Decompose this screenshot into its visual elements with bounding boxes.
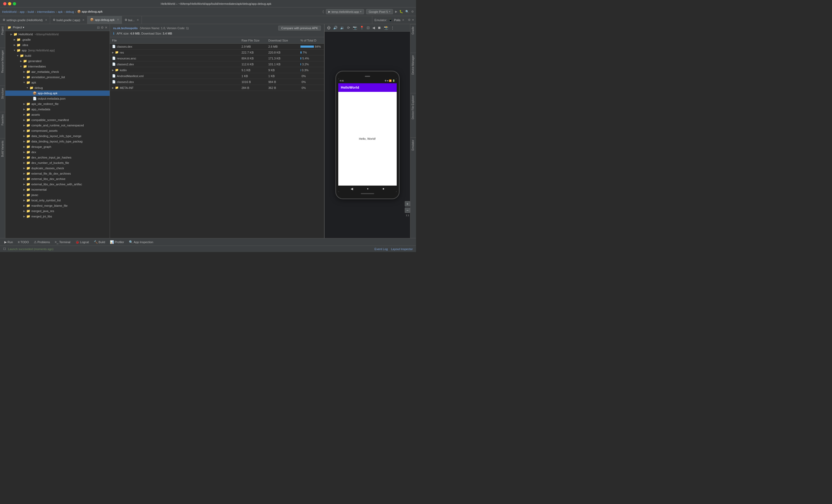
tree-dex-number-buckets[interactable]: ▶ 📁 dex_number_of_buckets_file: [5, 160, 110, 166]
tree-build[interactable]: ▼ 📁 build: [5, 53, 110, 58]
tree-manifest-merge[interactable]: ▶ 📁 manifest_merge_blame_file: [5, 203, 110, 208]
tree-helloworld[interactable]: ▶ 📁 HelloWorld ~/it/temp/HelloWorld: [5, 32, 110, 37]
tree-app[interactable]: ▼ 📁 app [temp.HelloWorld.app]: [5, 48, 110, 53]
tree-merged-jni-libs[interactable]: ▶ 📁 merged_jni_libs: [5, 214, 110, 219]
apk-row-resources-arsc[interactable]: 📄 resources.arsc 804.8 KB 171.3 KB 5.4%: [110, 55, 324, 61]
right-tab-device-file[interactable]: Device File Explorer: [410, 93, 416, 121]
apk-row-classes3-dex[interactable]: 📄 classes3.dex 1016 B 984 B 0%: [110, 79, 324, 85]
sidebar-tab-resource[interactable]: Resource Manager: [0, 48, 5, 75]
apk-row-res[interactable]: ▶ 📁 res 222.7 KB 220.8 KB 7%: [110, 50, 324, 55]
more-icon[interactable]: ⋮: [390, 25, 395, 30]
volume-down-icon[interactable]: 🔉: [339, 25, 345, 30]
tree-merged-java-res[interactable]: ▶ 📁 merged_java_res: [5, 208, 110, 214]
expand-arrow-icon[interactable]: ▶: [112, 51, 114, 54]
toolbar-run-icon[interactable]: ▶: [395, 10, 397, 13]
zoom-out-button[interactable]: −: [405, 207, 410, 213]
tree-generated[interactable]: ▶ 📁 generated: [5, 58, 110, 64]
tree-external-libs-dex[interactable]: ▶ 📁 external_libs_dex_archive: [5, 176, 110, 181]
nav-home-icon[interactable]: ●: [367, 187, 368, 190]
profiler-button[interactable]: 📊 Profiler: [108, 240, 126, 245]
sidebar-tab-structure[interactable]: Structure: [0, 86, 5, 101]
tree-compile-runtime[interactable]: ▶ 📁 compile_and_runtime_not_namespaced: [5, 123, 110, 128]
emulator-tab-polis[interactable]: Polis: [394, 19, 400, 22]
tab-apk-debug[interactable]: 📦 app-debug.apk ✕: [87, 16, 122, 24]
maximize-button[interactable]: [13, 2, 16, 5]
minimize-button[interactable]: [8, 2, 11, 5]
close-panel-icon[interactable]: ✕: [105, 26, 107, 29]
nav-back-icon[interactable]: ◀: [350, 187, 353, 191]
tree-data-binding-packag[interactable]: ▶ 📁 data_binding_layout_info_type_packag: [5, 139, 110, 144]
apk-row-kotlin[interactable]: ▶ 📁 kotlin 9.1 KB 9 KB 0.3%: [110, 67, 324, 73]
tree-external-libs-dex-artifact[interactable]: ▶ 📁 external_libs_dex_archive_with_artif…: [5, 181, 110, 187]
run-button[interactable]: ▶ Run: [2, 240, 15, 245]
tree-output-metadata[interactable]: 📄 output-metadata.json: [5, 96, 110, 101]
tab-close-settings[interactable]: ✕: [45, 19, 47, 22]
toolbar-debug-icon[interactable]: 🐛: [399, 10, 403, 13]
build-button[interactable]: 🔨 Build: [92, 240, 107, 245]
nav-back-icon[interactable]: ⟨: [322, 10, 324, 13]
tree-assets[interactable]: ▶ 📁 assets: [5, 112, 110, 117]
tree-javac[interactable]: ▶ 📁 javac: [5, 192, 110, 198]
apk-row-classes-dex[interactable]: 📄 classes.dex 2.9 MB 2.6 MB 84%: [110, 44, 324, 50]
fold-icon[interactable]: ⊡: [366, 25, 370, 30]
settings-icon[interactable]: ⚙: [101, 26, 104, 29]
tree-desugar-graph[interactable]: ▶ 📁 desugar_graph: [5, 144, 110, 149]
apk-row-classes2-dex[interactable]: 📄 classes2.dex 112.6 KB 101.1 KB 3.2%: [110, 61, 324, 67]
tree-local-symbol[interactable]: ▶ 📁 local_only_symbol_list: [5, 198, 110, 203]
toolbar-settings-icon[interactable]: ⚙: [411, 10, 414, 13]
tree-incremental[interactable]: ▶ 📁 incremental: [5, 187, 110, 192]
right-tab-emulator[interactable]: Emulator: [410, 137, 416, 152]
tree-data-binding-merge[interactable]: ▶ 📁 data_binding_layout_info_type_merge: [5, 133, 110, 139]
tree-apk[interactable]: ▼ 📁 apk: [5, 80, 110, 85]
volume-up-icon[interactable]: 🔊: [332, 25, 338, 30]
tree-aar-metadata[interactable]: ▶ 📁 aar_metadata_check: [5, 69, 110, 75]
tab-close-bui[interactable]: ✕: [137, 19, 139, 22]
expand-arrow-icon[interactable]: ▶: [112, 69, 114, 72]
tree-intermediates[interactable]: ▼ 📁 intermediates: [5, 64, 110, 69]
zoom-in-button[interactable]: +: [405, 201, 410, 206]
right-tab-gradle[interactable]: Gradle: [410, 24, 416, 37]
apk-row-meta-inf[interactable]: ▶ 📁 META-INF 284 B 362 B 0%: [110, 85, 324, 91]
tree-app-metadata[interactable]: ▶ 📁 app_metadata: [5, 107, 110, 112]
terminal-button[interactable]: >_ Terminal: [53, 240, 72, 245]
tab-build-gradle[interactable]: ⚙ build.gradle (:app) ✕: [50, 16, 88, 24]
problems-button[interactable]: ⚠ Problems: [32, 240, 52, 245]
breadcrumb-build[interactable]: build: [28, 10, 34, 13]
window-controls[interactable]: [3, 2, 16, 5]
breadcrumb-app[interactable]: app: [20, 10, 24, 13]
tree-apk-ide[interactable]: ▶ 📁 apk_ide_redirect_file: [5, 101, 110, 107]
tab-settings-gradle[interactable]: ⚙ settings.gradle (HelloWorld) ✕: [0, 16, 50, 24]
breadcrumb-intermediates[interactable]: intermediates: [37, 10, 55, 13]
tree-dex[interactable]: ▶ 📁 dex: [5, 149, 110, 155]
back-btn[interactable]: ◀: [371, 25, 376, 30]
tree-compressed-assets[interactable]: ▶ 📁 compressed_assets: [5, 128, 110, 133]
nav-recent-icon[interactable]: ■: [383, 187, 384, 190]
stop-icon[interactable]: ⏹: [377, 25, 382, 30]
tree-annotation[interactable]: ▶ 📁 annotation_processor_list: [5, 75, 110, 80]
todo-button[interactable]: ≡ TODO: [16, 240, 31, 245]
sidebar-tab-build-variants[interactable]: Build Variants: [0, 138, 5, 159]
collapse-all-icon[interactable]: ⊟: [97, 26, 100, 29]
breadcrumb-apk[interactable]: apk: [58, 10, 63, 13]
tab-bui[interactable]: ⚙ bui... ✕: [122, 16, 142, 24]
tree-app-debug-apk[interactable]: 📦 app-debug.apk: [5, 90, 110, 96]
tree-idea[interactable]: ▶ 📁 .idea: [5, 42, 110, 48]
event-log-link[interactable]: Event Log: [374, 248, 388, 251]
location-icon[interactable]: 📍: [359, 25, 365, 30]
right-tab-device-manager[interactable]: Device Manager: [410, 53, 416, 77]
tree-dex-archive-input[interactable]: ▶ 📁 dex_archive_input_jar_hashes: [5, 155, 110, 160]
emulator-chevron-icon[interactable]: ▾: [412, 18, 414, 22]
toolbar-search-icon[interactable]: 🔍: [405, 10, 409, 13]
expand-arrow-icon[interactable]: ▶: [112, 86, 114, 89]
tree-debug[interactable]: ▼ 📁 debug: [5, 85, 110, 90]
close-button[interactable]: [3, 2, 6, 5]
tab-close-build[interactable]: ✕: [82, 19, 84, 22]
tab-close-apk[interactable]: ✕: [117, 18, 119, 21]
run-config-selector[interactable]: ▶ temp.HelloWorld.app ▾: [326, 9, 364, 14]
device-selector[interactable]: Google Pixel 5 ▾: [366, 9, 393, 14]
tree-external-file-lib[interactable]: ▶ 📁 external_file_lib_dex_archives: [5, 171, 110, 176]
rotate-icon[interactable]: ⟳: [346, 25, 351, 30]
tree-gradle[interactable]: ▶ 📁 .gradle: [5, 37, 110, 42]
camera-icon[interactable]: 📸: [383, 25, 389, 30]
logcat-button[interactable]: 🐞 Logcat: [73, 240, 91, 245]
